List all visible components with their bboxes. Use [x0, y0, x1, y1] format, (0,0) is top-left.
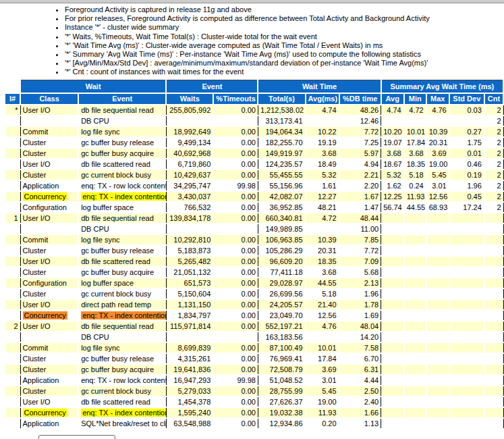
cell-std-dev: 0.03: [449, 105, 484, 115]
cell-event: db file sequential read: [78, 105, 166, 115]
table-row: Concurrencyenq: TX - index contention1,5…: [5, 407, 503, 418]
cell-avg: [381, 115, 404, 126]
cell-event: gc buffer busy acquire: [78, 364, 166, 375]
cell-avg: [381, 353, 404, 364]
table-row: User I/Odb file scattered read1,454,3780…: [5, 396, 503, 407]
cell-avg-ms: 10.01: [306, 342, 339, 353]
table-row: ApplicationSQL*Net break/reset to client…: [5, 418, 503, 429]
cell-min: [404, 375, 426, 386]
cell-class: Commit: [20, 342, 78, 353]
cell-class: Concurrency: [20, 191, 78, 202]
cell-std-dev: [449, 234, 484, 245]
column-header-total-s: Total(s): [258, 93, 305, 105]
cell-avg-ms: 3.68: [306, 148, 339, 159]
cell-class: Cluster: [20, 288, 78, 299]
cell-class: [20, 115, 78, 126]
cell-event: log buffer space: [78, 202, 166, 213]
cell-pct-db-time: 2.21: [339, 170, 381, 180]
cell-avg-ms: 18.35: [306, 256, 339, 267]
cell-avg: [381, 288, 404, 299]
cell-avg-ms: 17.84: [306, 353, 339, 364]
table-row: Clustergc buffer busy release5,183,8730.…: [5, 245, 503, 256]
cell-std-dev: [449, 364, 484, 375]
cell-pct-timeouts: 0.00: [213, 418, 258, 429]
cell-avg-ms: 3.69: [306, 364, 339, 375]
cell-total-s: 12,934.86: [258, 418, 305, 429]
column-header-avg: Avg: [381, 93, 404, 105]
table-row: User I/Odb file scattered read5,265,4820…: [5, 256, 503, 267]
cell-inst: [5, 115, 20, 126]
cell-total-s: 105,286.29: [258, 245, 305, 256]
cell-std-dev: [449, 245, 484, 256]
cell-pct-timeouts: [213, 115, 258, 126]
cell-avg-ms: 5.45: [306, 386, 339, 396]
cell-event: enq: TX - row lock contention: [78, 375, 166, 386]
wait-events-table-head: WaitEventWait TimeSummary Avg Wait Time …: [5, 80, 503, 105]
cell-event: db file sequential read: [78, 213, 166, 224]
cell-std-dev: 0.19: [449, 170, 484, 180]
cell-cnt: [484, 418, 503, 429]
cell-class: User I/O: [20, 321, 78, 332]
cell-inst: [5, 126, 20, 137]
cell-total-s: 27,626.37: [258, 396, 305, 407]
column-header-event: Event: [78, 93, 166, 105]
cell-std-dev: [449, 267, 484, 278]
cell-class: Cluster: [20, 267, 78, 278]
highlighted-text: enq: TX - index contention: [81, 192, 166, 201]
note-item: '*' [Avg/Min/Max/Std Dev] : average/mini…: [65, 59, 504, 68]
cell-max: 10.39: [426, 126, 449, 137]
cell-class: User I/O: [20, 256, 78, 267]
cell-inst: [5, 234, 20, 245]
note-item: Foreground Activity is captured in relea…: [65, 5, 504, 14]
column-header-cnt: Cnt: [484, 93, 503, 105]
cell-event: log file sync: [78, 342, 166, 353]
table-row: Clustergc buffer busy acquire19,641,8360…: [5, 364, 503, 375]
cell-pct-timeouts: 0.00: [213, 353, 258, 364]
cell-min: [404, 256, 426, 267]
cell-total-s: 19,032.38: [258, 407, 305, 418]
cell-pct-db-time: 2.20: [339, 180, 381, 191]
cell-waits: 10,292,810: [166, 234, 213, 245]
cell-min: 11.93: [404, 191, 426, 202]
cell-avg: 4.74: [381, 105, 404, 115]
cell-event: db file sequential read: [78, 321, 166, 332]
cell-min: [404, 299, 426, 310]
cell-min: [404, 321, 426, 332]
cell-cnt: [484, 364, 503, 375]
table-row: Concurrencyenq: TX - index contention3,4…: [5, 191, 503, 202]
cell-total-s: 149,919.97: [258, 148, 305, 159]
cell-cnt: [484, 245, 503, 256]
cell-max: 3.01: [426, 180, 449, 191]
notes-list: Foreground Activity is captured in relea…: [38, 5, 504, 77]
cell-pct-timeouts: 0.00: [213, 256, 258, 267]
cell-pct-db-time: 6.31: [339, 364, 381, 375]
cell-pct-timeouts: 0.00: [213, 386, 258, 396]
corner-cell: [5, 80, 20, 93]
cell-std-dev: [449, 342, 484, 353]
table-row: DB CPU149,989.8511.00: [5, 224, 503, 234]
cell-avg-ms: 3.68: [306, 267, 339, 278]
cell-min: [404, 364, 426, 375]
cell-max: [426, 342, 449, 353]
cell-max: 68.93: [426, 202, 449, 213]
cell-event: log buffer space: [78, 278, 166, 288]
cell-total-s: 28,755.99: [258, 386, 305, 396]
cell-inst: [5, 137, 20, 148]
cell-avg-ms: 4.72: [306, 213, 339, 224]
cell-inst: [5, 170, 20, 180]
cell-total-s: 149,989.85: [258, 224, 305, 234]
cell-class: Commit: [20, 126, 78, 137]
cell-min: 18.35: [404, 159, 426, 170]
cell-max: [426, 256, 449, 267]
cell-total-s: 55,156.96: [258, 180, 305, 191]
cell-min: [404, 267, 426, 278]
table-row: Commitlog file sync8,699,8390.0087,100.4…: [5, 342, 503, 353]
cell-pct-db-time: 7.09: [339, 256, 381, 267]
cell-cnt: [484, 234, 503, 245]
cell-class: Cluster: [20, 137, 78, 148]
cell-avg: [381, 267, 404, 278]
cell-max: [426, 234, 449, 245]
cell-pct-db-time: 12.46: [339, 115, 381, 126]
cell-avg: 56.74: [381, 202, 404, 213]
cell-inst: [5, 159, 20, 170]
